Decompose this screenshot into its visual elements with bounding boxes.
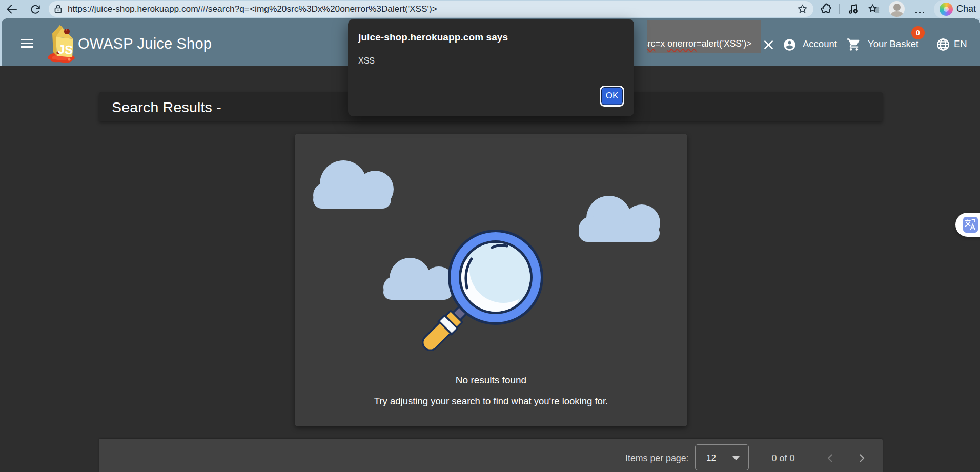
translate-icon <box>963 217 978 233</box>
media-controls-icon[interactable] <box>846 2 860 16</box>
url-text[interactable]: https://juice-shop.herokuapp.com/#/searc… <box>68 1 437 17</box>
page-size-select[interactable]: 12 <box>695 444 749 470</box>
copilot-chat-button[interactable]: Chat <box>934 0 980 18</box>
account-icon[interactable] <box>783 38 797 54</box>
extensions-icon[interactable] <box>820 3 832 15</box>
back-icon[interactable] <box>6 3 18 15</box>
search-query-text: src=x onerror=alert('XSS')> <box>647 20 751 53</box>
no-results-subtitle: Try adjusting your search to find what y… <box>295 396 687 407</box>
alert-dialog-title: juice-shop.herokuapp.com says <box>358 32 508 43</box>
next-page-button[interactable] <box>857 454 866 465</box>
favorite-star-icon[interactable] <box>797 3 808 15</box>
select-caret-icon <box>732 456 740 460</box>
close-search-icon[interactable] <box>763 39 774 53</box>
search-input[interactable]: src=x onerror=alert('XSS')> <box>647 20 761 53</box>
browser-toolbar: https://juice-shop.herokuapp.com/#/searc… <box>0 0 980 18</box>
favorites-icon[interactable] <box>867 3 881 16</box>
address-bar[interactable]: https://juice-shop.herokuapp.com/#/searc… <box>49 1 813 17</box>
no-results-title: No results found <box>295 375 687 386</box>
content-corner-right <box>975 18 980 24</box>
page-size-value: 12 <box>706 445 716 470</box>
content-corner-left <box>2 18 7 24</box>
toolbar-separator <box>839 4 840 14</box>
copilot-icon <box>940 3 953 16</box>
previous-page-button[interactable] <box>826 454 835 465</box>
reload-icon[interactable] <box>30 4 41 15</box>
profile-avatar[interactable] <box>889 1 905 17</box>
alert-dialog-message: XSS <box>358 56 375 66</box>
app-title[interactable]: OWASP Juice Shop <box>78 18 212 65</box>
ok-button[interactable]: OK <box>600 86 624 107</box>
paginator: Items per page: 12 0 of 0 <box>99 439 883 472</box>
account-button[interactable]: Account <box>803 18 837 65</box>
page-content: Search Results - <box>0 66 980 472</box>
more-menu-icon[interactable] <box>915 6 926 15</box>
juice-shop-logo[interactable]: JS <box>46 24 77 66</box>
avatar-head <box>893 4 901 11</box>
items-per-page-label: Items per page: <box>625 439 689 472</box>
window-edge <box>0 18 2 66</box>
menu-icon[interactable] <box>21 39 33 48</box>
chat-label: Chat <box>956 0 976 18</box>
language-button[interactable]: EN <box>954 18 967 65</box>
basket-icon[interactable] <box>847 37 861 54</box>
lock-icon[interactable] <box>54 5 62 13</box>
svg-text:JS: JS <box>57 42 73 56</box>
range-label: 0 of 0 <box>761 439 806 472</box>
avatar-body <box>891 11 903 17</box>
basket-count-badge: 0 <box>911 26 925 39</box>
page-title: Search Results - <box>112 92 221 121</box>
language-globe-icon[interactable] <box>936 37 950 54</box>
basket-button[interactable]: Your Basket <box>868 18 918 65</box>
no-results-card: No results found Try adjusting your sear… <box>295 134 687 426</box>
alert-dialog: juice-shop.herokuapp.com says XSS OK <box>348 19 634 116</box>
translate-widget[interactable] <box>955 213 980 237</box>
no-results-illustration <box>312 154 670 359</box>
